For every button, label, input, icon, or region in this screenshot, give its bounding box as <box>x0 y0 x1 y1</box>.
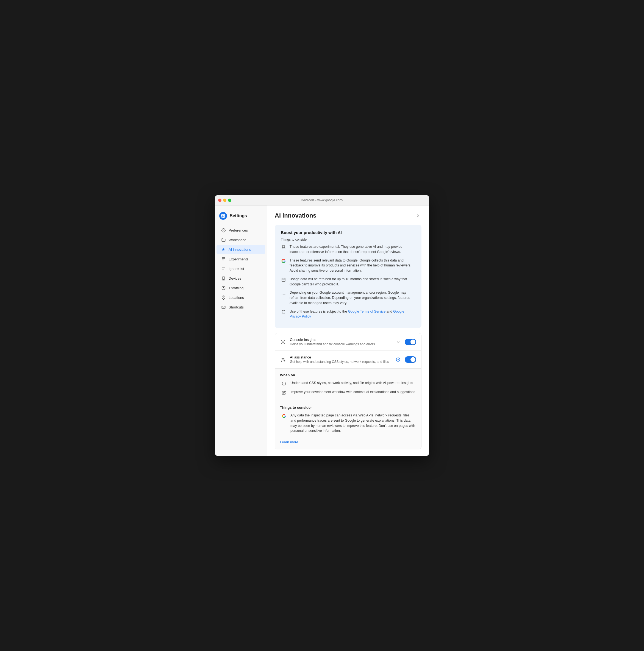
svg-point-23 <box>396 358 400 361</box>
console-insights-actions <box>394 338 416 346</box>
preferences-label: Preferences <box>228 228 248 232</box>
sidebar-item-ignore-list[interactable]: Ignore list <box>216 264 265 273</box>
when-on-section: When on Understand CSS styles, network a… <box>275 369 421 401</box>
experimental-icon <box>281 245 286 250</box>
learn-more-link[interactable]: Learn more <box>275 439 303 449</box>
svg-point-0 <box>222 215 224 216</box>
things-to-consider-title: Things to consider <box>280 405 416 409</box>
main-content: Settings Preferences <box>215 206 429 456</box>
close-traffic-light[interactable] <box>218 198 221 202</box>
info-item-google-data-text: These features send relevant data to Goo… <box>289 258 416 273</box>
ai-assistance-content: AI assistance Get help with understandin… <box>290 355 391 364</box>
sidebar-item-shortcuts[interactable]: Shortcuts <box>216 303 265 312</box>
console-insights-toggle[interactable] <box>405 339 416 345</box>
preferences-icon <box>221 228 226 232</box>
locations-label: Locations <box>228 296 244 300</box>
sidebar-item-throttling[interactable]: Throttling <box>216 283 265 292</box>
console-insights-icon <box>280 339 286 345</box>
shortcuts-label: Shortcuts <box>228 305 244 309</box>
info-box-title: Boost your productivity with AI <box>281 230 416 235</box>
svg-point-8 <box>223 297 224 298</box>
titlebar: DevTools - www.google.com/ <box>215 195 429 206</box>
devices-icon <box>221 276 226 281</box>
info-item-retention: Usage data will be retained for up to 18… <box>281 277 416 287</box>
workspace-label: Workspace <box>228 238 246 242</box>
ai-assistance-chevron[interactable] <box>394 356 402 363</box>
when-on-title: When on <box>280 373 416 377</box>
info-item-account: Depending on your Google account managem… <box>281 290 416 305</box>
info-item-google-data: These features send relevant data to Goo… <box>281 258 416 273</box>
sidebar-item-workspace[interactable]: Workspace <box>216 235 265 245</box>
ai-assistance-desc: Get help with understanding CSS styles, … <box>290 360 391 364</box>
console-insights-row: Console Insights Helps you understand an… <box>275 333 421 351</box>
shortcuts-icon <box>221 305 226 310</box>
when-on-item-1: Understand CSS styles, network activity,… <box>280 380 416 386</box>
sidebar-item-devices[interactable]: Devices <box>216 274 265 283</box>
sidebar-header: Settings <box>215 210 267 225</box>
svg-rect-10 <box>282 278 285 281</box>
sidebar: Settings Preferences <box>215 206 267 456</box>
experiments-icon <box>221 256 226 261</box>
info-circle-icon <box>281 381 286 386</box>
console-insights-content: Console Insights Helps you understand an… <box>290 338 391 346</box>
workspace-icon <box>221 237 226 242</box>
ai-assistance-actions <box>394 356 416 363</box>
when-on-item-2-text: Improve your development workflow with c… <box>290 390 415 395</box>
ai-innovations-label: AI innovations <box>228 247 251 252</box>
ai-assistance-icon <box>280 356 286 363</box>
info-item-experimental: These features are experimental. They us… <box>281 244 416 255</box>
console-insights-title: Console Insights <box>290 338 391 342</box>
console-insights-desc: Helps you understand and fix console war… <box>290 342 391 346</box>
things-to-consider-item-1: Any data the inspected page can access v… <box>280 413 416 433</box>
google-icon <box>281 258 286 264</box>
privacy-policy-link[interactable]: Google Privacy Policy <box>289 310 404 319</box>
info-box-subtitle: Things to consider <box>281 238 416 242</box>
ai-assistance-toggle[interactable] <box>405 356 416 363</box>
info-item-account-text: Depending on your Google account managem… <box>289 290 416 305</box>
expanded-content: When on Understand CSS styles, network a… <box>275 368 421 449</box>
devices-label: Devices <box>228 276 241 280</box>
throttling-label: Throttling <box>228 286 243 290</box>
feature-card: Console Insights Helps you understand an… <box>275 333 422 450</box>
google-data-icon <box>281 413 286 418</box>
maximize-traffic-light[interactable] <box>228 198 231 202</box>
pencil-icon <box>281 390 286 395</box>
info-box: Boost your productivity with AI Things t… <box>275 225 422 328</box>
ignore-list-label: Ignore list <box>228 267 244 271</box>
minimize-traffic-light[interactable] <box>223 198 226 202</box>
settings-window: DevTools - www.google.com/ Settings <box>215 195 429 456</box>
sidebar-item-ai-innovations[interactable]: AI innovations <box>216 245 265 254</box>
info-item-terms-text: Use of these features is subject to the … <box>289 309 416 319</box>
settings-logo-icon <box>219 212 227 220</box>
ignore-list-icon <box>221 266 226 271</box>
close-button[interactable]: × <box>415 212 422 219</box>
sidebar-item-locations[interactable]: Locations <box>216 293 265 302</box>
traffic-lights <box>218 198 231 202</box>
info-item-retention-text: Usage data will be retained for up to 18… <box>289 277 416 287</box>
when-on-item-1-text: Understand CSS styles, network activity,… <box>290 380 413 386</box>
window-title: DevTools - www.google.com/ <box>301 198 343 202</box>
ai-innovations-icon <box>221 247 226 252</box>
when-on-item-2: Improve your development workflow with c… <box>280 390 416 395</box>
info-item-terms: Use of these features is subject to the … <box>281 309 416 319</box>
main-panel: AI innovations × Boost your productivity… <box>267 206 429 456</box>
ai-assistance-title: AI assistance <box>290 355 391 359</box>
ai-assistance-row: AI assistance Get help with understandin… <box>275 351 421 368</box>
things-to-consider-section: Things to consider Any data the i <box>275 401 421 439</box>
sidebar-item-preferences[interactable]: Preferences <box>216 225 265 235</box>
calendar-icon <box>281 277 286 282</box>
locations-icon <box>221 295 226 300</box>
console-insights-chevron[interactable] <box>394 338 402 346</box>
experiments-label: Experiments <box>228 257 248 261</box>
list-icon <box>281 290 286 296</box>
info-item-experimental-text: These features are experimental. They us… <box>289 244 416 255</box>
throttling-icon <box>221 285 226 290</box>
terms-of-service-link[interactable]: Google Terms of Service <box>348 310 386 313</box>
page-title: AI innovations <box>275 212 316 219</box>
things-to-consider-item-1-text: Any data the inspected page can access v… <box>290 413 416 433</box>
main-header: AI innovations × <box>275 212 422 219</box>
svg-point-1 <box>223 229 224 231</box>
sidebar-item-experiments[interactable]: Experiments <box>216 254 265 264</box>
sidebar-title: Settings <box>230 213 247 218</box>
shield-icon <box>281 309 286 315</box>
